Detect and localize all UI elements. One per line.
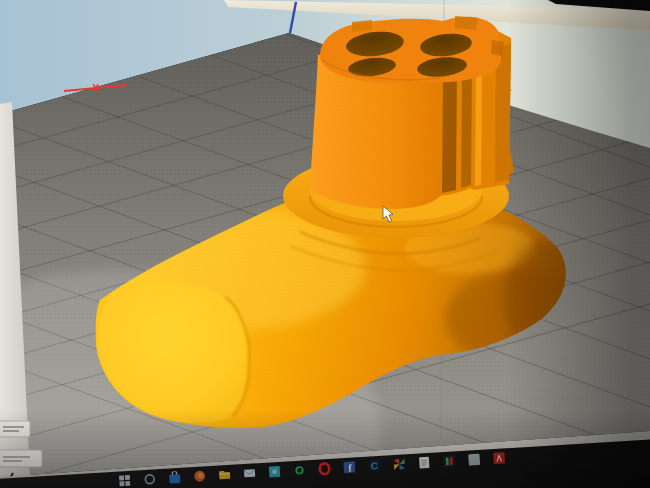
model-top-face	[320, 16, 504, 84]
adobe-app-icon[interactable]	[492, 451, 506, 465]
facebook-icon[interactable]: f	[343, 460, 357, 474]
viewport-3d[interactable]: X	[0, 0, 650, 488]
microsoft-store-icon[interactable]	[168, 471, 182, 485]
opera-icon[interactable]	[318, 462, 332, 476]
windows-start-button[interactable]	[118, 474, 132, 488]
slicer-app-icon[interactable]	[442, 454, 456, 468]
svg-text:X: X	[92, 82, 100, 94]
file-explorer-icon[interactable]	[218, 468, 232, 482]
cura-icon[interactable]: C	[367, 459, 381, 473]
svg-text:C: C	[371, 460, 379, 471]
groove-music-icon[interactable]	[293, 463, 307, 477]
side-button-lower[interactable]	[0, 450, 42, 467]
side-button-upper[interactable]	[0, 421, 30, 437]
photos-icon[interactable]	[268, 465, 282, 479]
monitor-photo: X	[0, 0, 650, 488]
document-app-icon[interactable]	[417, 456, 431, 470]
firefox-icon[interactable]	[193, 469, 207, 483]
pinwheel-app-icon[interactable]	[392, 457, 406, 471]
gray-app-icon[interactable]	[467, 453, 481, 467]
cortana-icon[interactable]	[143, 472, 157, 486]
mail-icon[interactable]	[243, 466, 257, 480]
